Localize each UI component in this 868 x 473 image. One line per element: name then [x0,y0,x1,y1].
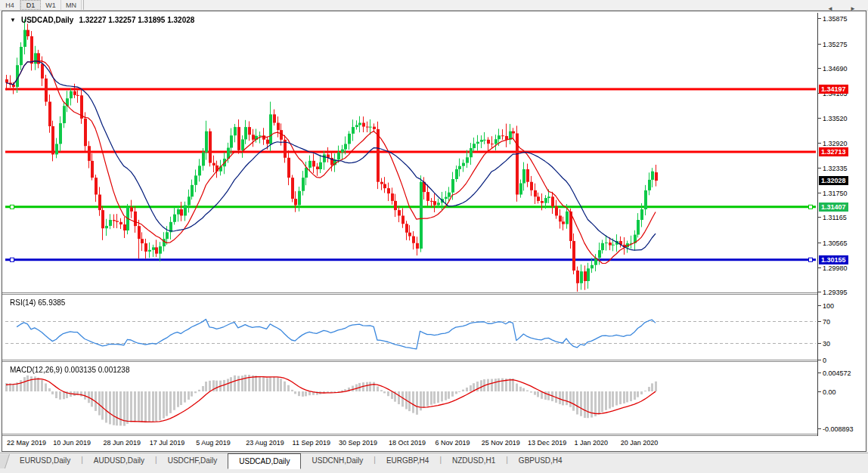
date-tick-label: 22 May 2019 [7,439,46,447]
price-tick: 1.31165 [823,214,847,221]
date-tick-label: 5 Aug 2019 [196,439,231,447]
date-tick-label: 11 Sep 2019 [293,439,330,447]
rsi-tick: 30 [823,340,830,348]
date-tick-label: 10 Jun 2019 [53,439,91,447]
price-badge: 1.32028 [819,176,848,185]
tab-eurgbp-h4[interactable]: EURGBP,H4 [376,454,440,468]
price-tick: 1.35875 [823,15,848,23]
rsi-tick: 0 [823,357,826,364]
price-tick: 1.29395 [823,289,848,296]
date-tick-label: 17 Jul 2019 [150,439,185,447]
toolbar-separator [83,0,84,10]
tab-usdchf-daily[interactable]: USDCHF,Daily [157,454,228,468]
period-button-mn[interactable]: MN [61,0,82,10]
price-tick: 1.32920 [823,140,848,147]
price-tick: 1.30565 [823,240,848,247]
date-tick-label: 20 Jan 2020 [621,439,659,447]
chart-tab-bar: EURUSD,Daily|AUDUSD,Daily|USDCHF,DailyUS… [0,453,868,473]
period-button-h4[interactable]: H4 [0,0,20,10]
price-badge: 1.31407 [819,202,848,212]
price-badge: 1.30155 [819,255,848,264]
period-toolbar: H4D1W1MN [0,0,868,11]
symbol-timeframe-label: USDCAD,Daily [21,16,73,24]
pane-splitter-macd[interactable] [2,360,864,362]
tab-audusd-daily[interactable]: AUDUSD,Daily [83,454,155,468]
tab-eurusd-daily[interactable]: EURUSD,Daily [9,454,81,468]
date-tick-label: 28 Jun 2019 [103,439,141,447]
tab-nzdusd-h1[interactable]: NZDUSD,H1 [442,454,506,468]
price-tick: 1.35275 [823,41,848,48]
macd-tick: 0.00 [823,388,836,396]
price-badge: 1.34197 [819,85,848,94]
macd-tick: 0.004572 [823,369,851,377]
macd-tick: -0.008893 [823,425,854,433]
date-tick-label: 18 Oct 2019 [389,439,426,447]
price-tick: 1.29980 [823,264,848,272]
date-tick-label: 23 Aug 2019 [246,439,284,447]
tab-scroll-arrows[interactable]: ◄ ► [827,5,863,12]
period-button-w1[interactable]: W1 [41,0,61,10]
mt4-chart-screen: H4D1W1MN ▼ USDCAD,Daily 1.32227 1.32257 … [0,0,868,473]
ohlc-values: 1.32227 1.32257 1.31895 1.32028 [79,16,194,24]
date-tick-label: 13 Dec 2019 [528,439,566,447]
date-tick-label: 25 Nov 2019 [482,439,520,447]
rsi-tick: 100 [823,302,834,310]
date-axis[interactable]: 22 May 201910 Jun 201928 Jun 201917 Jul … [2,436,864,451]
tab-gbpusd-h4[interactable]: GBPUSD,H4 [508,454,573,468]
macd-label: MACD(12,26,9) 0.003135 0.001238 [10,366,129,374]
price-tick: 1.34690 [823,65,848,73]
rsi-label: RSI(14) 65.9385 [10,298,65,307]
tab-usdcad-daily[interactable]: USDCAD,Daily [228,453,301,469]
chevron-down-icon[interactable]: ▼ [10,17,16,23]
date-tick-label: 1 Jan 2020 [574,439,608,447]
tab-usdcnh-daily[interactable]: USDCNH,Daily [301,454,374,468]
chart-window: ▼ USDCAD,Daily 1.32227 1.32257 1.31895 1… [2,11,866,452]
date-tick-label: 6 Nov 2019 [435,439,470,447]
chart-title: ▼ USDCAD,Daily 1.32227 1.32257 1.31895 1… [10,16,194,24]
rsi-tick: 70 [823,318,830,326]
pane-splitter-rsi[interactable] [2,292,864,295]
price-badge: 1.32713 [819,147,848,156]
price-axis[interactable]: 1.358751.352751.346901.341051.335201.329… [817,13,866,436]
price-tick: 1.31750 [823,190,848,197]
period-button-d1[interactable]: D1 [20,0,41,10]
date-tick-label: 30 Sep 2019 [339,439,377,447]
price-tick: 1.33520 [823,115,848,122]
price-tick: 1.32335 [823,165,848,172]
